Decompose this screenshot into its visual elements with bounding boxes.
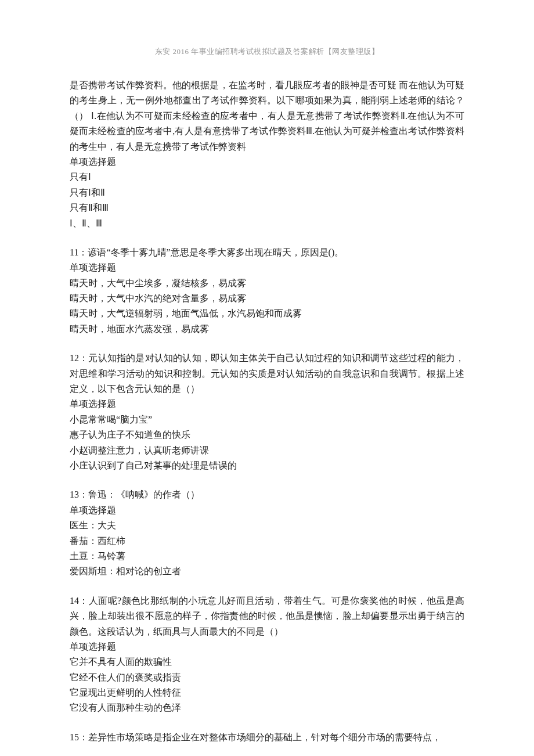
question-14: 14：人面呢?颜色比那纸制的小玩意儿好而且活动，带着生气。可是你褒奖他的时候，他… xyxy=(70,593,464,716)
question-13: 13：鲁迅：《呐喊》的作者（） 单项选择题 医生：大夫 番茄：西红柿 土豆：马铃… xyxy=(70,487,464,579)
question-stem: 13：鲁迅：《呐喊》的作者（） xyxy=(70,487,464,502)
question-stem: 12：元认知指的是对认知的认知，即认知主体关于自己认知过程的知识和调节这些过程的… xyxy=(70,351,464,397)
option: 它经不住人们的褒奖或指责 xyxy=(70,670,464,685)
question-type-label: 单项选择题 xyxy=(70,503,464,518)
question-type-label: 单项选择题 xyxy=(70,639,464,654)
option: 晴天时，大气中水汽的绝对含量多，易成雾 xyxy=(70,291,464,306)
option: 惠子认为庄子不知道鱼的快乐 xyxy=(70,427,464,442)
question-15: 15：差异性市场策略是指企业在对整体市场细分的基础上，针对每个细分市场的需要特点… xyxy=(70,730,464,745)
option: 只有Ⅰ xyxy=(70,170,464,185)
question-type-label: 单项选择题 xyxy=(70,154,464,170)
option: 晴天时，大气逆辐射弱，地面气温低，水汽易饱和而成雾 xyxy=(70,306,464,321)
question-10-continued: 是否携带考试作弊资料。他的根据是，在监考时，看几眼应考者的眼神是否可疑 而在他认… xyxy=(70,78,464,231)
option: 晴天时，地面水汽蒸发强，易成雾 xyxy=(70,322,464,337)
page-header: 东安 2016 年事业编招聘考试模拟试题及答案解析【网友整理版】 xyxy=(70,46,464,57)
option: 小庄认识到了自己对某事的处理是错误的 xyxy=(70,458,464,473)
question-12: 12：元认知指的是对认知的认知，即认知主体关于自己认知过程的知识和调节这些过程的… xyxy=(70,351,464,473)
option: 它没有人面那种生动的色泽 xyxy=(70,700,464,715)
question-type-label: 单项选择题 xyxy=(70,260,464,275)
option: 爱因斯坦：相对论的创立者 xyxy=(70,564,464,579)
question-type-label: 单项选择题 xyxy=(70,397,464,412)
option: 番茄：西红柿 xyxy=(70,534,464,549)
page: 东安 2016 年事业编招聘考试模拟试题及答案解析【网友整理版】 是否携带考试作… xyxy=(0,0,534,756)
option: 晴天时，大气中尘埃多，凝结核多，易成雾 xyxy=(70,276,464,291)
option: 小昆常常喝“脑力宝” xyxy=(70,412,464,427)
option: 只有Ⅰ和Ⅱ xyxy=(70,185,464,200)
question-stem: 15：差异性市场策略是指企业在对整体市场细分的基础上，针对每个细分市场的需要特点… xyxy=(70,730,464,745)
option: 土豆：马铃薯 xyxy=(70,549,464,564)
option: 它显现出更鲜明的人性特征 xyxy=(70,685,464,700)
option: 小赵调整注意力，认真听老师讲课 xyxy=(70,443,464,458)
question-stem: 14：人面呢?颜色比那纸制的小玩意儿好而且活动，带着生气。可是你褒奖他的时候，他… xyxy=(70,593,464,639)
option: 医生：大夫 xyxy=(70,518,464,533)
option: 它并不具有人面的欺骗性 xyxy=(70,654,464,669)
question-stem: 是否携带考试作弊资料。他的根据是，在监考时，看几眼应考者的眼神是否可疑 而在他认… xyxy=(70,78,464,154)
question-11: 11：谚语“冬季十雾九晴”意思是冬季大雾多出现在晴天，原因是()。 单项选择题 … xyxy=(70,245,464,337)
option: 只有Ⅱ和Ⅲ xyxy=(70,200,464,215)
content-body: 是否携带考试作弊资料。他的根据是，在监考时，看几眼应考者的眼神是否可疑 而在他认… xyxy=(70,78,464,745)
option: Ⅰ、Ⅱ、Ⅲ xyxy=(70,216,464,231)
question-stem: 11：谚语“冬季十雾九晴”意思是冬季大雾多出现在晴天，原因是()。 xyxy=(70,245,464,260)
